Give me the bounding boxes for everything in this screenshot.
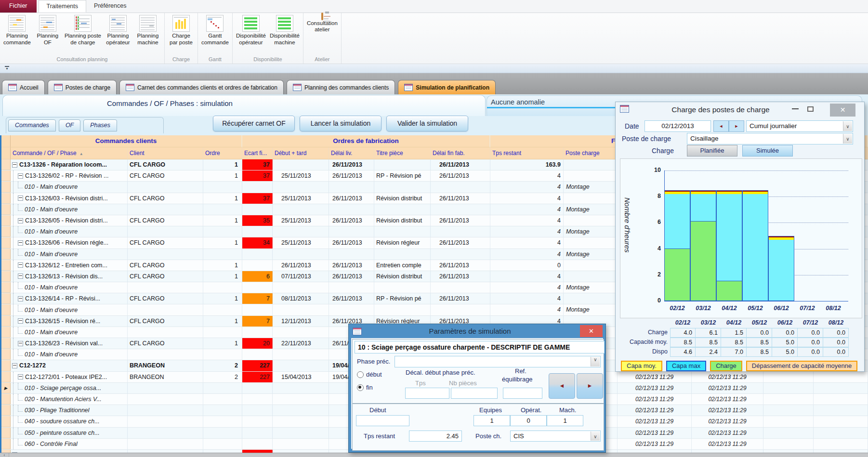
mach-field[interactable]: 1 [547,415,583,426]
collapse-ribbon-icon[interactable]: ▾ [5,66,9,71]
poste-ch-select[interactable]: CIS ∨ [510,431,601,442]
row-selector[interactable]: ▶ [1,383,11,393]
row-selector[interactable] [1,293,11,304]
tab-simulation-de-planification[interactable]: Simulation de planification [398,80,496,94]
operat-field[interactable]: 0 [510,415,547,426]
ribbon-item-planning-of[interactable]: Planning OF [33,13,63,46]
legend-d-passement-de-capacit-moyenne[interactable]: Dépassement de capacité moyenne [746,361,857,371]
minimize-icon[interactable] [792,108,799,109]
row-selector[interactable] [1,304,11,315]
prev-phase-button[interactable]: ◄ [549,373,575,399]
collapse-node-icon[interactable] [18,218,23,223]
row-selector[interactable] [1,237,11,248]
row-selector[interactable] [1,260,11,271]
subtab-commandes[interactable]: Commandes [8,119,56,131]
collapse-node-icon[interactable] [18,173,23,179]
tps-input[interactable] [405,388,449,399]
row-selector[interactable] [1,349,11,360]
planifiee-button[interactable]: Planifiée [687,145,737,157]
cumul-select[interactable]: Cumul journalier ∨ [746,120,853,132]
ribbon-item-consultation-atelier[interactable]: Consultation atelier [305,13,340,34]
phase-prec-select[interactable]: ∨ [395,356,601,367]
scroll-left-icon[interactable]: ‹ [0,453,9,457]
ribbon-item-planning-commande[interactable]: Planning commande [1,13,33,46]
row-selector[interactable] [1,372,11,382]
legend-charge[interactable]: Charge [710,361,742,371]
legend-capa-moy-[interactable]: Capa moy. [621,361,662,371]
ribbon-item-disponibilite-machine[interactable]: Disponibilité machine [268,13,302,46]
chevron-down-icon[interactable]: ∨ [843,121,852,131]
ribbon-item-planning-poste-de-charge[interactable]: Planning poste de charge [63,13,103,46]
row-selector[interactable] [1,271,11,282]
subtab-phases[interactable]: Phases [83,119,117,131]
column-header[interactable]: Tps restant [490,147,564,159]
row-selector[interactable] [1,204,11,215]
ribbon-tab-préférences[interactable]: Préférences [86,0,134,13]
row-selector[interactable] [1,405,11,416]
row-selector[interactable] [1,226,11,237]
row-selector[interactable] [1,327,11,338]
row-selector[interactable] [1,360,11,371]
tab-postes-de-charge[interactable]: Postes de charge [48,80,117,94]
chevron-down-icon[interactable]: ∨ [843,134,852,144]
recuperer-carnet-of-button[interactable]: Récupérer carnet OF [213,116,295,131]
next-phase-button[interactable]: ► [577,373,603,399]
collapse-node-icon[interactable] [18,240,23,246]
poste-select[interactable]: Cisaillage ∨ [687,133,853,144]
row-selector[interactable] [1,439,11,449]
close-icon[interactable]: ✕ [580,325,603,337]
collapse-node-icon[interactable] [18,274,23,279]
column-header[interactable]: Poste charge [564,147,618,159]
fin-radio[interactable] [357,384,364,391]
column-header[interactable]: Délai liv. [329,147,374,159]
tab-accueil[interactable]: Accueil [2,80,45,94]
row-selector[interactable] [1,182,11,192]
valider-simulation-button[interactable]: Valider la simulation [386,116,468,131]
column-header[interactable]: Ordre [203,147,242,159]
debut-radio[interactable] [357,371,364,378]
close-icon[interactable]: ✕ [830,104,855,117]
row-selector[interactable] [1,215,11,226]
row-selector[interactable] [1,428,11,438]
column-header[interactable]: Début + tard [273,147,329,159]
ribbon-item-planning-machine[interactable]: Planning machine [133,13,163,46]
collapse-node-icon[interactable] [18,374,23,379]
date-prev-button[interactable]: ◄ [713,120,729,132]
ribbon-tab-fichier[interactable]: Fichier [0,0,37,13]
chevron-down-icon[interactable]: ∨ [591,431,600,441]
row-selector[interactable] [1,338,11,349]
column-header[interactable]: Délai fin fab. [431,147,490,159]
column-header[interactable]: Client [128,147,203,159]
collapse-node-icon[interactable] [18,196,23,201]
ribbon-item-gantt-commande[interactable]: Gantt commande [199,13,231,46]
column-header[interactable]: Ecart fi... [242,147,273,159]
equipes-field[interactable]: 1 [473,415,510,426]
ribbon-item-disponibilite-operateur[interactable]: Disponibilité opérateur [234,13,268,46]
horizontal-scrollbar[interactable]: ‹ [0,453,868,457]
row-selector[interactable] [1,394,11,405]
legend-capa-max[interactable]: Capa max [666,361,706,371]
row-selector[interactable] [1,170,11,181]
nb-pieces-input[interactable] [451,388,498,399]
ribbon-tab-traitements[interactable]: Traitements [39,0,87,13]
ribbon-item-charge-par-poste[interactable]: Charge par poste [166,13,196,46]
ref-equilibrage-input[interactable] [503,388,542,399]
collapse-node-icon[interactable] [18,262,23,268]
maximize-icon[interactable] [807,106,814,112]
tab-carnet-des-commandes-clients-et-ordres-d[interactable]: Carnet des commandes clients et ordres d… [119,80,284,94]
collapse-node-icon[interactable] [12,363,17,368]
row-selector[interactable] [1,416,11,427]
simulee-button[interactable]: Simulée [742,145,793,157]
chevron-down-icon[interactable]: ∨ [591,357,600,366]
debut-input[interactable] [356,415,409,426]
tab-planning-des-commandes-clients[interactable]: Planning des commandes clients [287,80,395,94]
date-next-button[interactable]: ► [729,120,744,132]
row-selector[interactable] [1,316,11,326]
collapse-node-icon[interactable] [18,341,23,346]
collapse-node-icon[interactable] [12,162,17,168]
column-header[interactable]: Titre pièce [374,147,431,159]
subtab-of[interactable]: OF [59,119,80,131]
row-selector[interactable] [1,159,11,170]
collapse-node-icon[interactable] [18,318,23,324]
column-header[interactable]: Commande / OF / Phase▲ [11,147,128,159]
